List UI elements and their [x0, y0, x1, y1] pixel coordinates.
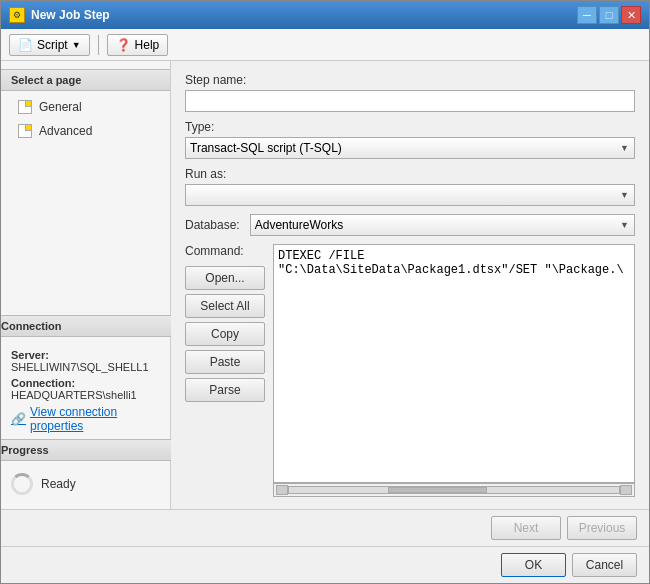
database-select[interactable]: AdventureWorks: [250, 214, 635, 236]
run-as-label: Run as:: [185, 167, 635, 181]
main-window: ⚙ New Job Step ─ □ ✕ 📄 Script ▼ ❓ Help S…: [0, 0, 650, 584]
toolbar-separator: [98, 35, 99, 55]
type-select[interactable]: Transact-SQL script (T-SQL): [185, 137, 635, 159]
command-textarea-wrapper: [273, 244, 635, 497]
previous-button[interactable]: Previous: [567, 516, 637, 540]
ok-button[interactable]: OK: [501, 553, 566, 577]
paste-button[interactable]: Paste: [185, 350, 265, 374]
run-as-select-wrapper: [185, 184, 635, 206]
cancel-button[interactable]: Cancel: [572, 553, 637, 577]
type-label: Type:: [185, 120, 635, 134]
script-label: Script: [37, 38, 68, 52]
toolbar: 📄 Script ▼ ❓ Help: [1, 29, 649, 61]
scroll-right-arrow[interactable]: [620, 485, 632, 495]
connection-section-title: Connection: [1, 315, 180, 337]
command-section: Command: Open... Select All Copy Paste P…: [185, 244, 635, 497]
command-label: Command:: [185, 244, 244, 258]
run-as-row: Run as:: [185, 167, 635, 206]
server-label: Server:: [11, 349, 160, 361]
title-bar-left: ⚙ New Job Step: [9, 7, 110, 23]
ok-cancel-row: OK Cancel: [1, 546, 649, 583]
step-name-label: Step name:: [185, 73, 635, 87]
general-icon: [17, 99, 33, 115]
horizontal-scrollbar[interactable]: [273, 483, 635, 497]
run-as-select[interactable]: [185, 184, 635, 206]
command-left: Command: Open... Select All Copy Paste P…: [185, 244, 265, 497]
link-icon: 🔗: [11, 412, 26, 426]
sidebar: Select a page General Advanced Connectio…: [1, 61, 171, 509]
progress-ready: Ready: [11, 473, 160, 495]
sidebar-bottom: Connection Server: SHELLIWIN7\SQL_SHELL1…: [1, 315, 170, 501]
open-button[interactable]: Open...: [185, 266, 265, 290]
connection-label: Connection:: [11, 377, 160, 389]
bottom-nav-row: Next Previous: [1, 509, 649, 546]
script-button[interactable]: 📄 Script ▼: [9, 34, 90, 56]
window-title: New Job Step: [31, 8, 110, 22]
right-panel: Step name: Type: Transact-SQL script (T-…: [171, 61, 649, 509]
scroll-thumb[interactable]: [388, 487, 487, 493]
database-label: Database:: [185, 218, 240, 232]
type-row: Type: Transact-SQL script (T-SQL): [185, 120, 635, 159]
script-icon: 📄: [18, 38, 33, 52]
database-row: Database: AdventureWorks: [185, 214, 635, 236]
progress-section-title: Progress: [1, 439, 180, 461]
title-bar: ⚙ New Job Step ─ □ ✕: [1, 1, 649, 29]
title-buttons: ─ □ ✕: [577, 6, 641, 24]
help-button[interactable]: ❓ Help: [107, 34, 169, 56]
progress-spinner: [11, 473, 33, 495]
nav-buttons: Next Previous: [491, 516, 637, 540]
connection-value: HEADQUARTERS\shelli1: [11, 389, 160, 401]
window-icon: ⚙: [9, 7, 25, 23]
connection-info: Server: SHELLIWIN7\SQL_SHELL1 Connection…: [1, 343, 170, 439]
progress-status: Ready: [41, 477, 76, 491]
view-connection-link[interactable]: 🔗 View connection properties: [11, 405, 160, 433]
scroll-track[interactable]: [288, 486, 620, 494]
main-content: Select a page General Advanced Connectio…: [1, 61, 649, 509]
command-buttons: Open... Select All Copy Paste Parse: [185, 266, 265, 402]
type-select-wrapper: Transact-SQL script (T-SQL): [185, 137, 635, 159]
copy-button[interactable]: Copy: [185, 322, 265, 346]
sidebar-section-title: Select a page: [1, 69, 170, 91]
link-label: View connection properties: [30, 405, 160, 433]
minimize-button[interactable]: ─: [577, 6, 597, 24]
sidebar-general-label: General: [39, 100, 82, 114]
step-name-input[interactable]: [185, 90, 635, 112]
next-button[interactable]: Next: [491, 516, 561, 540]
sidebar-item-advanced[interactable]: Advanced: [1, 119, 170, 143]
close-button[interactable]: ✕: [621, 6, 641, 24]
sidebar-item-general[interactable]: General: [1, 95, 170, 119]
maximize-button[interactable]: □: [599, 6, 619, 24]
server-value: SHELLIWIN7\SQL_SHELL1: [11, 361, 160, 373]
help-icon: ❓: [116, 38, 131, 52]
scroll-left-arrow[interactable]: [276, 485, 288, 495]
database-select-wrapper: AdventureWorks: [250, 214, 635, 236]
progress-info: Ready: [1, 467, 170, 501]
advanced-icon: [17, 123, 33, 139]
command-textarea[interactable]: [273, 244, 635, 483]
step-name-row: Step name:: [185, 73, 635, 112]
script-dropdown-icon: ▼: [72, 40, 81, 50]
select-all-button[interactable]: Select All: [185, 294, 265, 318]
sidebar-advanced-label: Advanced: [39, 124, 92, 138]
help-label: Help: [135, 38, 160, 52]
parse-button[interactable]: Parse: [185, 378, 265, 402]
